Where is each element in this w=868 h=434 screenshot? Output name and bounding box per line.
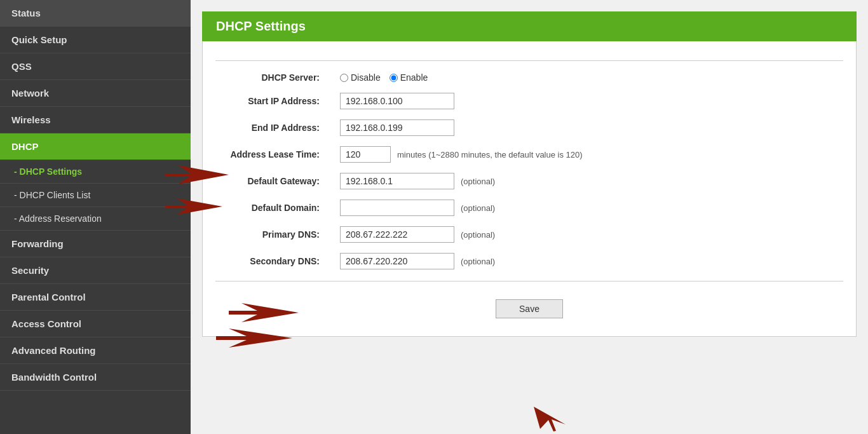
sidebar-label-forwarding: Forwarding xyxy=(11,238,64,249)
sidebar-label-bandwidth-control: Bandwidth Control xyxy=(11,372,97,383)
content-area: DHCP Server: Disable Enable xyxy=(202,41,857,337)
top-divider xyxy=(215,60,843,61)
dhcp-server-label: DHCP Server: xyxy=(203,67,330,88)
sidebar-label-wireless: Wireless xyxy=(11,114,51,125)
end-ip-input[interactable] xyxy=(340,119,454,136)
secondary-dns-row: Secondary DNS: (optional) xyxy=(203,248,856,275)
sidebar-label-quick-setup: Quick Setup xyxy=(11,34,67,45)
lease-time-input[interactable] xyxy=(340,146,391,163)
save-button[interactable]: Save xyxy=(496,299,563,318)
sidebar-item-access-control[interactable]: Access Control xyxy=(0,311,191,337)
gateway-label: Default Gateway: xyxy=(203,168,330,194)
end-ip-row: End IP Address: xyxy=(203,114,856,141)
dhcp-form: DHCP Server: Disable Enable xyxy=(203,67,856,275)
gateway-row: Default Gateway: (optional) xyxy=(203,168,856,194)
sidebar-label-status: Status xyxy=(11,8,41,18)
secondary-dns-label: Secondary DNS: xyxy=(203,248,330,275)
domain-label: Default Domain: xyxy=(203,194,330,221)
lease-time-hint: minutes (1~2880 minutes, the default val… xyxy=(397,150,583,159)
primary-dns-optional: (optional) xyxy=(461,230,495,240)
sidebar-label-advanced-routing: Advanced Routing xyxy=(11,345,96,356)
dhcp-server-row: DHCP Server: Disable Enable xyxy=(203,67,856,88)
end-ip-label: End IP Address: xyxy=(203,114,330,141)
sidebar-label-access-control: Access Control xyxy=(11,318,81,329)
save-row: Save xyxy=(203,288,856,323)
sidebar-item-network[interactable]: Network xyxy=(0,80,191,107)
primary-dns-label: Primary DNS: xyxy=(203,221,330,248)
page-header: DHCP Settings xyxy=(202,11,857,41)
sidebar-item-dhcp[interactable]: DHCP xyxy=(0,133,191,160)
start-ip-label: Start IP Address: xyxy=(203,88,330,114)
sidebar-item-address-reservation[interactable]: - Address Reservation xyxy=(0,207,191,231)
disable-radio-label[interactable]: Disable xyxy=(340,72,381,83)
gateway-optional: (optional) xyxy=(461,177,495,186)
arrow-save xyxy=(521,400,572,432)
secondary-dns-input[interactable] xyxy=(340,253,454,269)
sidebar-label-dhcp: DHCP xyxy=(11,141,39,152)
primary-dns-row: Primary DNS: (optional) xyxy=(203,221,856,248)
sidebar-item-wireless[interactable]: Wireless xyxy=(0,107,191,133)
lease-time-row: Address Lease Time: minutes (1~2880 minu… xyxy=(203,141,856,168)
sidebar-label-qss: QSS xyxy=(11,61,32,72)
lease-time-label: Address Lease Time: xyxy=(203,141,330,168)
secondary-dns-optional: (optional) xyxy=(461,257,495,266)
sidebar-label-address-reservation: - Address Reservation xyxy=(14,214,102,224)
enable-radio[interactable] xyxy=(390,74,398,82)
start-ip-row: Start IP Address: xyxy=(203,88,856,114)
sidebar-label-network: Network xyxy=(11,88,49,98)
sidebar-item-security[interactable]: Security xyxy=(0,257,191,284)
sidebar-label-dhcp-settings: - DHCP Settings xyxy=(14,166,82,177)
sidebar-item-bandwidth-control[interactable]: Bandwidth Control xyxy=(0,364,191,391)
domain-input[interactable] xyxy=(340,200,454,216)
domain-row: Default Domain: (optional) xyxy=(203,194,856,221)
dhcp-server-radio-group: Disable Enable xyxy=(340,72,846,83)
main-content: DHCP Settings DHCP Server: Disable Enabl… xyxy=(191,0,868,434)
sidebar-item-status[interactable]: Status xyxy=(0,0,191,27)
sidebar-item-dhcp-clients-list[interactable]: - DHCP Clients List xyxy=(0,184,191,207)
disable-radio[interactable] xyxy=(340,74,348,82)
svg-marker-4 xyxy=(534,407,566,431)
sidebar-item-qss[interactable]: QSS xyxy=(0,53,191,80)
sidebar-item-parental-control[interactable]: Parental Control xyxy=(0,284,191,311)
sidebar-label-dhcp-clients-list: - DHCP Clients List xyxy=(14,190,90,200)
start-ip-input[interactable] xyxy=(340,93,454,109)
sidebar-item-forwarding[interactable]: Forwarding xyxy=(0,231,191,257)
sidebar-label-security: Security xyxy=(11,265,49,276)
sidebar-item-quick-setup[interactable]: Quick Setup xyxy=(0,27,191,53)
sidebar-label-parental-control: Parental Control xyxy=(11,292,86,302)
sidebar-item-dhcp-settings[interactable]: - DHCP Settings xyxy=(0,160,191,184)
enable-radio-label[interactable]: Enable xyxy=(390,72,428,83)
page-title: DHCP Settings xyxy=(216,19,843,34)
gateway-input[interactable] xyxy=(340,173,454,189)
sidebar: StatusQuick SetupQSSNetworkWirelessDHCP-… xyxy=(0,0,191,434)
domain-optional: (optional) xyxy=(461,203,495,213)
sidebar-item-advanced-routing[interactable]: Advanced Routing xyxy=(0,337,191,364)
bottom-divider xyxy=(215,281,843,281)
primary-dns-input[interactable] xyxy=(340,226,454,243)
